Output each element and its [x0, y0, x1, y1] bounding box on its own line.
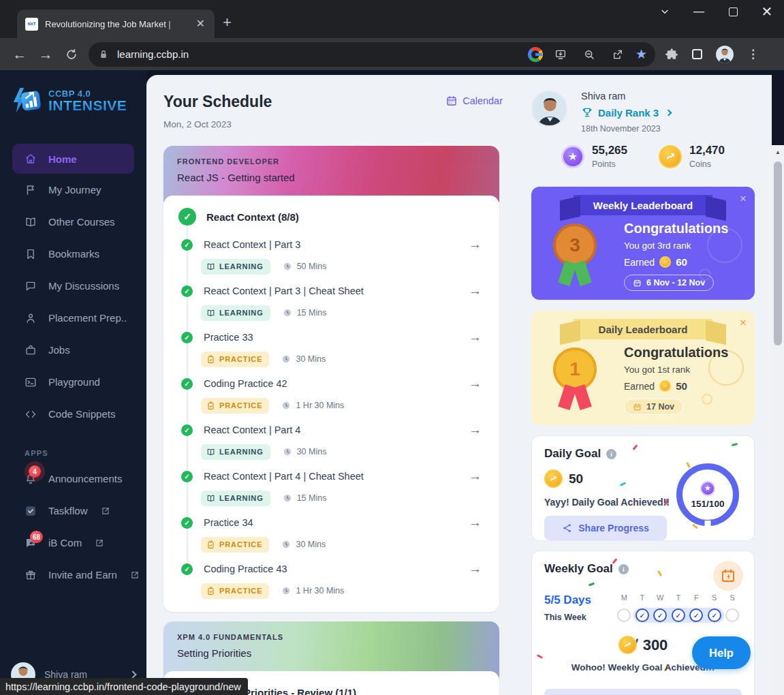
- calendar-icon: [633, 279, 642, 288]
- extensions-icon[interactable]: [665, 48, 678, 61]
- arrow-right-icon[interactable]: →: [469, 376, 486, 391]
- schedule-item[interactable]: ✓ Coding Practice 43 → PRACTICE 1 Hr 30 …: [178, 561, 486, 599]
- help-button[interactable]: Help: [692, 636, 751, 669]
- back-icon[interactable]: ←: [7, 46, 33, 63]
- schedule-item[interactable]: ✓ React Context | Part 4 → LEARNING 30 M…: [178, 422, 486, 460]
- section-title: React Context (8/8): [206, 211, 299, 223]
- url-text[interactable]: learning.ccbp.in: [117, 48, 521, 60]
- sidebar-item-taskflow[interactable]: Taskflow: [0, 495, 146, 527]
- tab-switcher-icon[interactable]: [692, 49, 702, 59]
- earned-row: Earned 50: [624, 380, 728, 392]
- date-value: 17 Nov: [646, 402, 674, 412]
- coin-icon: [659, 145, 682, 168]
- share-nodes-icon: [562, 523, 573, 534]
- tag-label: LEARNING: [219, 448, 264, 456]
- window-menu-icon[interactable]: [657, 4, 672, 19]
- sidebar-item-jobs[interactable]: Jobs: [0, 334, 146, 366]
- arrow-right-icon[interactable]: →: [469, 330, 486, 345]
- share-progress-button[interactable]: Share Progress: [544, 516, 667, 540]
- check-circle-icon: ✓: [181, 378, 193, 390]
- info-icon[interactable]: i: [606, 449, 616, 459]
- confetti-speck: [732, 443, 738, 446]
- zoom-icon[interactable]: [583, 48, 595, 61]
- sidebar-item-code-snippets[interactable]: Code Snippets: [0, 398, 146, 430]
- chevron-right-icon: [665, 109, 672, 116]
- course-body: ✓ React Context (8/8) ✓ React Context | …: [163, 196, 499, 612]
- chat-icon: [25, 280, 37, 292]
- forward-icon[interactable]: →: [33, 46, 59, 63]
- sidebar-item-placement-prep[interactable]: Placement Prep..: [0, 302, 146, 334]
- sidebar-item-bookmarks[interactable]: Bookmarks: [0, 238, 146, 270]
- external-link-icon: [101, 506, 110, 516]
- coins-stat[interactable]: 12,470 Coins: [659, 144, 725, 169]
- check-circle-icon: ✓: [181, 424, 193, 436]
- sidebar-item-my-journey[interactable]: My Journey: [0, 174, 146, 206]
- schedule-item[interactable]: ✓ React Context | Part 3 → LEARNING 50 M…: [178, 237, 486, 275]
- google-icon[interactable]: [528, 47, 543, 62]
- toolbar-right: ⋮: [665, 46, 759, 63]
- scroll-up-icon[interactable]: ▲: [772, 146, 784, 157]
- install-icon[interactable]: [554, 48, 567, 61]
- terminal-icon: [25, 376, 37, 388]
- schedule-item[interactable]: ✓ Coding Practice 42 → PRACTICE 1 Hr 30 …: [178, 376, 486, 414]
- reload-icon[interactable]: [59, 48, 84, 61]
- daily-leaderboard-card: Daily Leaderboard × 1 Congratulations Yo…: [531, 311, 755, 425]
- schedule-item[interactable]: ✓ React Context | Part 3 | Cheat Sheet →…: [178, 283, 486, 321]
- leaderboard-ribbon: Weekly Leaderboard: [574, 195, 712, 215]
- profile-avatar[interactable]: [531, 91, 567, 127]
- arrow-right-icon[interactable]: →: [469, 469, 486, 484]
- home-icon: [25, 153, 37, 165]
- week-days-tracker: M T W T F S S ✓ ✓ ✓: [615, 593, 742, 622]
- sidebar-item-ib-com[interactable]: 68 iB Com: [0, 527, 146, 559]
- info-icon[interactable]: i: [618, 564, 629, 574]
- schedule-item[interactable]: ✓ Practice 33 → PRACTICE 30 Mins: [178, 330, 486, 367]
- close-icon[interactable]: ✕: [759, 4, 774, 19]
- tab-favicon: NXT: [25, 18, 38, 31]
- share-progress-button[interactable]: Share Progress: [544, 689, 742, 695]
- item-duration: 15 Mins: [283, 493, 327, 503]
- star-badge-icon: ★: [561, 145, 584, 168]
- daily-rank-link[interactable]: Daily Rank 3: [581, 106, 671, 119]
- sidebar-item-playground[interactable]: Playground: [0, 366, 146, 398]
- arrow-right-icon[interactable]: →: [469, 422, 486, 437]
- clock-icon: [283, 262, 292, 271]
- weekly-leaderboard-card: Weekly Leaderboard × 3 Congratulations Y…: [531, 187, 755, 300]
- sidebar-item-invite-and-earn[interactable]: Invite and Earn: [0, 559, 146, 591]
- item-duration: 30 Mins: [281, 540, 326, 549]
- arrow-right-icon[interactable]: →: [469, 561, 486, 576]
- arrow-right-icon[interactable]: →: [469, 283, 486, 298]
- ib-com-badge: 68: [30, 531, 43, 543]
- arrow-right-icon[interactable]: →: [469, 515, 486, 530]
- browser-tab[interactable]: NXT Revolutionizing the Job Market | ✕: [17, 10, 215, 38]
- page-scrollbar[interactable]: ▲ ▼: [772, 145, 784, 695]
- points-stat[interactable]: ★ 55,265 Points: [561, 144, 627, 169]
- schedule-item[interactable]: ✓ Practice 34 → PRACTICE 30 Mins: [178, 515, 486, 553]
- daily-goal-header: Daily Goal i: [544, 447, 742, 461]
- close-icon[interactable]: ×: [740, 316, 747, 330]
- sidebar-item-my-discussions[interactable]: My Discussions: [0, 270, 146, 302]
- maximize-icon[interactable]: [725, 4, 740, 19]
- scrollbar-thumb[interactable]: [774, 161, 782, 345]
- clock-icon: [283, 308, 292, 318]
- sidebar-item-announcements[interactable]: 4 Announcements: [0, 463, 146, 495]
- app-logo[interactable]: CCBP 4.0 INTENSIVE: [11, 87, 146, 115]
- address-bar[interactable]: learning.ccbp.in ★: [89, 42, 655, 67]
- sidebar-item-home[interactable]: Home: [12, 144, 134, 174]
- browser-menu-icon[interactable]: ⋮: [747, 47, 759, 61]
- arrow-right-icon[interactable]: →: [469, 237, 486, 252]
- book-icon: [206, 448, 215, 457]
- minimize-icon[interactable]: —: [691, 4, 706, 19]
- day-checkbox: ✓: [725, 608, 739, 622]
- rank-subheading: You got 1st rank: [624, 365, 728, 375]
- share-icon[interactable]: [612, 48, 624, 61]
- browser-profile-avatar[interactable]: [716, 46, 734, 63]
- close-icon[interactable]: ×: [740, 192, 747, 206]
- tab-close-icon[interactable]: ✕: [193, 17, 208, 31]
- schedule-item[interactable]: ✓ React Context | Part 4 | Cheat Sheet →…: [178, 469, 486, 506]
- duration-label: 30 Mins: [296, 540, 326, 549]
- new-tab-button[interactable]: +: [223, 14, 232, 31]
- browser-window: NXT Revolutionizing the Job Market | ✕ +…: [0, 0, 784, 695]
- bookmark-star-icon[interactable]: ★: [636, 46, 647, 62]
- calendar-link[interactable]: Calendar: [445, 95, 509, 107]
- sidebar-item-other-courses[interactable]: Other Courses: [0, 206, 146, 238]
